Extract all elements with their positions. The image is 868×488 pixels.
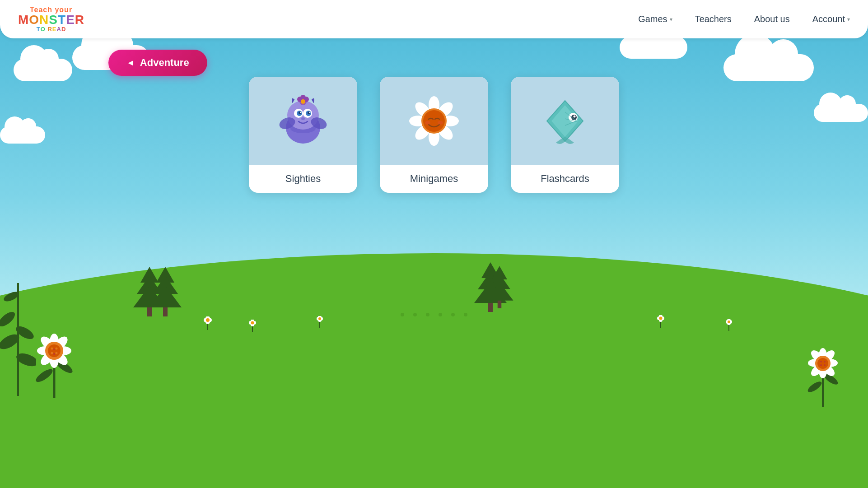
game-cards-container: Sighties	[249, 77, 619, 193]
svg-point-93	[251, 321, 254, 325]
account-chevron-icon: ▾	[847, 16, 850, 23]
cloud-1	[14, 59, 72, 81]
logo-line3: TO READ	[37, 26, 66, 32]
navigation: Games ▾ Teachers About us Account ▾	[638, 14, 850, 24]
games-chevron-icon: ▾	[670, 16, 672, 23]
pine-tree-left2	[149, 267, 182, 316]
cloud-6	[0, 126, 45, 144]
svg-point-61	[51, 352, 53, 354]
small-flower-1	[203, 316, 212, 330]
svg-point-63	[53, 349, 55, 350]
adventure-button[interactable]: ◄ Adventure	[108, 50, 207, 76]
nav-account[interactable]: Account ▾	[812, 14, 850, 24]
flashcards-card[interactable]: Flashcards	[511, 77, 619, 193]
flashcards-fish-illustration	[538, 94, 592, 148]
small-flower-5	[657, 315, 665, 328]
flashcards-image-area	[511, 77, 619, 165]
logo-monster: MONSTER	[18, 14, 84, 26]
svg-point-11	[301, 117, 305, 120]
nav-games[interactable]: Games ▾	[638, 14, 672, 24]
minigames-image-area	[380, 77, 488, 165]
sighties-image-area	[249, 77, 357, 165]
svg-point-105	[728, 321, 730, 323]
cloud-3	[723, 54, 814, 81]
svg-point-43	[0, 309, 17, 329]
right-large-flower	[800, 335, 845, 409]
small-flower-4	[725, 319, 733, 331]
nav-about[interactable]: About us	[754, 14, 790, 24]
svg-point-81	[824, 364, 826, 366]
svg-point-60	[56, 348, 58, 350]
svg-point-62	[56, 352, 58, 354]
svg-point-78	[820, 361, 822, 363]
svg-point-29	[425, 121, 430, 125]
ground-hill	[0, 253, 868, 488]
svg-point-77	[817, 358, 828, 369]
svg-point-28	[423, 110, 445, 132]
ground	[0, 298, 868, 488]
svg-point-16	[301, 99, 305, 104]
logo[interactable]: Teach your MONSTER TO READ	[18, 6, 84, 32]
svg-point-10	[309, 112, 311, 113]
left-plant	[0, 260, 36, 398]
sighties-card[interactable]: Sighties	[249, 77, 357, 193]
small-flower-2	[248, 320, 257, 332]
svg-point-9	[300, 112, 302, 113]
svg-point-30	[438, 121, 443, 125]
minigames-card[interactable]: Minigames	[380, 77, 488, 193]
svg-point-47	[34, 367, 54, 384]
svg-point-64	[53, 353, 55, 355]
svg-point-36	[574, 115, 576, 117]
minigames-flower-illustration	[407, 94, 461, 148]
svg-point-111	[659, 317, 663, 320]
svg-point-80	[820, 364, 822, 366]
nav-teachers[interactable]: Teachers	[695, 14, 732, 24]
svg-point-99	[318, 317, 321, 320]
cloud-5	[814, 104, 868, 122]
sighties-label: Sighties	[249, 165, 357, 193]
svg-point-66	[806, 380, 823, 394]
svg-point-59	[51, 348, 53, 350]
svg-point-87	[206, 318, 210, 322]
svg-point-58	[48, 344, 61, 357]
header: Teach your MONSTER TO READ Games ▾ Teach…	[0, 0, 868, 38]
small-flower-3	[316, 316, 323, 328]
sighties-monster-illustration	[274, 92, 332, 150]
grass-path-dots	[401, 313, 467, 316]
minigames-label: Minigames	[380, 165, 488, 193]
back-arrow-icon: ◄	[126, 58, 135, 68]
flashcards-label: Flashcards	[511, 165, 619, 193]
pine-tree-right2	[483, 262, 516, 312]
cloud-4	[620, 36, 687, 59]
svg-point-79	[824, 361, 826, 363]
